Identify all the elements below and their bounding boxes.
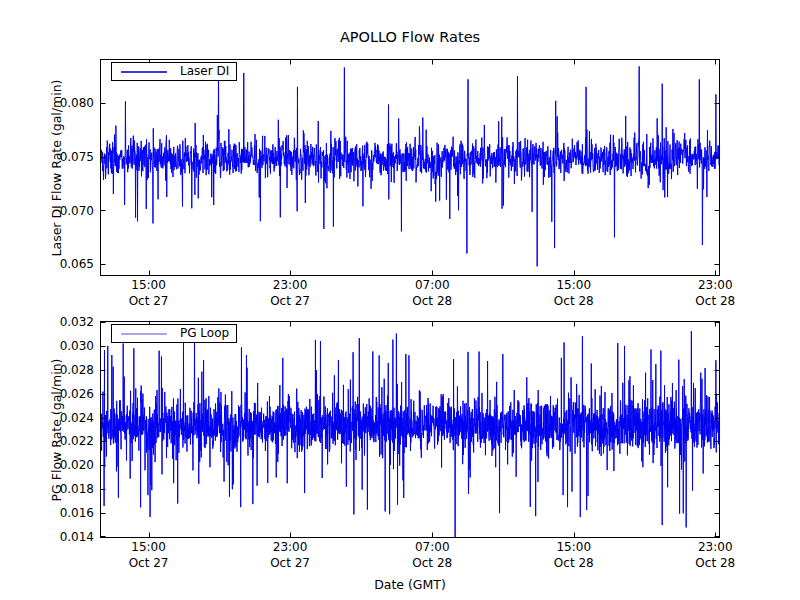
y-tick-label: 0.065 (28, 256, 94, 272)
x-tick-date: Oct 27 (244, 294, 336, 310)
x-tick-label: 07:00Oct 28 (386, 540, 478, 571)
legend: Laser DI (111, 62, 237, 81)
x-tick-date: Oct 27 (244, 556, 336, 572)
x-tick-date: Oct 28 (528, 294, 620, 310)
legend-line-sample (121, 333, 167, 335)
x-tick-time: 15:00 (528, 540, 620, 556)
x-tick-label: 15:00Oct 27 (103, 278, 195, 309)
x-tick-label: 15:00Oct 28 (528, 278, 620, 309)
x-tick-label: 23:00Oct 28 (669, 540, 761, 571)
x-tick-time: 07:00 (386, 278, 478, 294)
y-axis-label: PG Flow Rate (gal/min) (49, 358, 64, 501)
x-tick-label: 23:00Oct 27 (244, 278, 336, 309)
y-axis-label: Laser DI Flow Rate (gal/min) (49, 79, 64, 256)
x-tick-date: Oct 28 (386, 294, 478, 310)
x-tick-time: 07:00 (386, 540, 478, 556)
legend-label: PG Loop (180, 327, 229, 339)
chart-title: APOLLO Flow Rates (100, 29, 720, 45)
y-tick-label: 0.016 (28, 505, 94, 521)
plot-laser-di: Laser DI (100, 59, 720, 276)
plot-pg-loop: PG Loop (100, 321, 720, 538)
x-tick-label: 15:00Oct 27 (103, 540, 195, 571)
x-tick-date: Oct 27 (103, 294, 195, 310)
x-tick-time: 23:00 (669, 278, 761, 294)
x-tick-date: Oct 28 (386, 556, 478, 572)
x-tick-time: 15:00 (103, 278, 195, 294)
x-axis-label: Date (GMT) (100, 577, 720, 592)
legend-label: Laser DI (180, 65, 229, 77)
y-tick-label: 0.032 (28, 314, 94, 330)
x-tick-time: 23:00 (244, 540, 336, 556)
x-tick-time: 23:00 (244, 278, 336, 294)
figure: APOLLO Flow Rates Laser DI PG Loop Date … (0, 0, 800, 600)
x-tick-label: 15:00Oct 28 (528, 540, 620, 571)
x-tick-time: 15:00 (528, 278, 620, 294)
x-tick-time: 15:00 (103, 540, 195, 556)
x-tick-label: 07:00Oct 28 (386, 278, 478, 309)
x-tick-label: 23:00Oct 27 (244, 540, 336, 571)
y-tick-label: 0.014 (28, 529, 94, 545)
x-tick-date: Oct 28 (669, 556, 761, 572)
legend: PG Loop (111, 324, 237, 343)
x-tick-time: 23:00 (669, 540, 761, 556)
x-tick-date: Oct 28 (669, 294, 761, 310)
plot-trace-canvas (101, 322, 719, 537)
legend-line-sample (121, 71, 167, 73)
y-tick-label: 0.030 (28, 338, 94, 354)
x-tick-date: Oct 27 (103, 556, 195, 572)
plot-trace-canvas (101, 60, 719, 275)
x-tick-label: 23:00Oct 28 (669, 278, 761, 309)
x-tick-date: Oct 28 (528, 556, 620, 572)
